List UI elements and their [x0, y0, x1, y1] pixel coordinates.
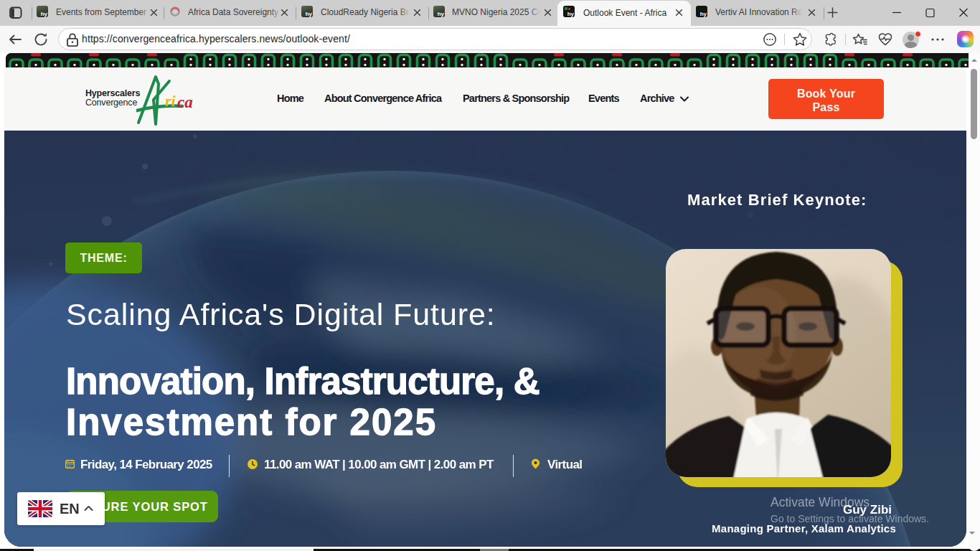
svg-text:ca: ca [177, 93, 193, 111]
svg-text:ri: ri [165, 92, 176, 110]
